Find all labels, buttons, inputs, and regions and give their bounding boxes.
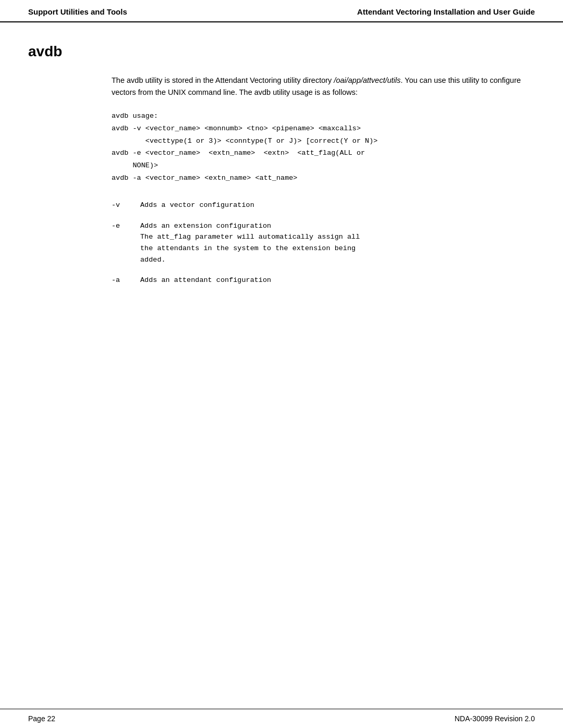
option-v-flag: -v	[112, 200, 140, 211]
header-right-text: Attendant Vectoring Installation and Use…	[357, 7, 535, 16]
option-a-desc: Adds an attendant configuration	[140, 275, 535, 286]
options-list: -v Adds a vector configuration -e Adds a…	[112, 200, 535, 286]
code-line-a: avdb -a <vector_name> <extn_name> <att_n…	[112, 172, 535, 184]
option-e: -e Adds an extension configurationThe at…	[112, 220, 535, 265]
page-header: Support Utilities and Tools Attendant Ve…	[0, 0, 563, 22]
intro-path: /oai/app/attvect/utils	[334, 76, 400, 84]
intro-text-1: The avdb utility is stored in the Attend…	[112, 76, 334, 84]
option-e-desc: Adds an extension configurationThe att_f…	[140, 220, 535, 265]
section-title: avdb	[28, 43, 535, 60]
footer-doc-id: NDA-30099 Revision 2.0	[455, 714, 535, 723]
option-a: -a Adds an attendant configuration	[112, 275, 535, 286]
code-block: avdb usage: avdb -v <vector_name> <monnu…	[112, 110, 535, 184]
code-line-v-cont: <vecttype(1 or 3)> <conntype(T or J)> [c…	[112, 135, 535, 147]
code-line-e-cont: NONE)>	[112, 159, 535, 172]
code-line-usage: avdb usage:	[112, 110, 535, 122]
header-left-text: Support Utilities and Tools	[28, 7, 127, 16]
main-content: avdb The avdb utility is stored in the A…	[0, 22, 563, 327]
footer-page-number: Page 22	[28, 714, 55, 723]
page-footer: Page 22 NDA-30099 Revision 2.0	[0, 709, 563, 728]
option-v: -v Adds a vector configuration	[112, 200, 535, 211]
option-e-flag: -e	[112, 220, 140, 265]
option-v-desc: Adds a vector configuration	[140, 200, 535, 211]
code-line-e: avdb -e <vector_name> <extn_name> <extn>…	[112, 147, 535, 159]
code-line-v: avdb -v <vector_name> <monnumb> <tno> <p…	[112, 122, 535, 135]
intro-paragraph: The avdb utility is stored in the Attend…	[112, 75, 535, 98]
option-a-flag: -a	[112, 275, 140, 286]
